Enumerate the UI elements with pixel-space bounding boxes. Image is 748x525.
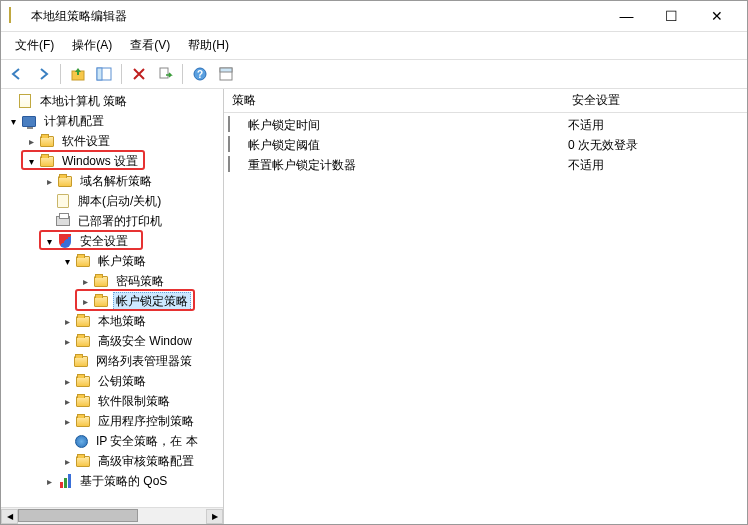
tree-app-control[interactable]: ▸ 应用程序控制策略 [1, 411, 223, 431]
chevron-down-icon[interactable]: ▾ [43, 235, 55, 247]
scroll-left-button[interactable]: ◀ [1, 509, 18, 524]
tree-qos[interactable]: ▸ 基于策略的 QoS [1, 471, 223, 491]
horizontal-scrollbar[interactable]: ◀ ▶ [1, 507, 223, 524]
list-item-value: 不适用 [568, 157, 604, 174]
chevron-right-icon[interactable]: ▸ [43, 175, 55, 187]
menu-help[interactable]: 帮助(H) [180, 34, 237, 57]
folder-icon [75, 413, 91, 429]
tree-label: 高级安全 Window [95, 332, 195, 351]
computer-icon [21, 113, 37, 129]
scroll-icon [55, 193, 71, 209]
chevron-right-icon[interactable]: ▸ [25, 135, 37, 147]
chevron-down-icon[interactable]: ▾ [7, 115, 19, 127]
tree-password-policy[interactable]: ▸ 密码策略 [1, 271, 223, 291]
svg-text:?: ? [197, 69, 203, 80]
tree-root[interactable]: 本地计算机 策略 [1, 91, 223, 111]
chevron-right-icon[interactable]: ▸ [61, 415, 73, 427]
tree-audit[interactable]: ▸ 高级审核策略配置 [1, 451, 223, 471]
delete-button[interactable] [127, 62, 151, 86]
svg-rect-2 [97, 68, 102, 80]
tree-pubkey[interactable]: ▸ 公钥策略 [1, 371, 223, 391]
note-icon [17, 93, 33, 109]
tree-label: 已部署的打印机 [75, 212, 165, 231]
menubar: 文件(F) 操作(A) 查看(V) 帮助(H) [1, 31, 747, 59]
folder-icon [75, 393, 91, 409]
tree-label: 公钥策略 [95, 372, 149, 391]
tree-ipsec[interactable]: IP 安全策略，在 本 [1, 431, 223, 451]
scroll-track[interactable] [18, 509, 206, 524]
menu-view[interactable]: 查看(V) [122, 34, 178, 57]
tree-label: 应用程序控制策略 [95, 412, 197, 431]
tree-lockout-policy[interactable]: ▸ 帐户锁定策略 [1, 291, 223, 311]
tree-software-settings[interactable]: ▸ 软件设置 [1, 131, 223, 151]
window-title: 本地组策略编辑器 [31, 8, 604, 25]
help-button[interactable]: ? [188, 62, 212, 86]
tree-account-policy[interactable]: ▾ 帐户策略 [1, 251, 223, 271]
folder-icon [75, 313, 91, 329]
scroll-right-button[interactable]: ▶ [206, 509, 223, 524]
list-item-name: 重置帐户锁定计数器 [248, 157, 568, 174]
menu-action[interactable]: 操作(A) [64, 34, 120, 57]
tree-label: 域名解析策略 [77, 172, 155, 191]
show-hide-tree-button[interactable] [92, 62, 116, 86]
tree-firewall[interactable]: ▸ 高级安全 Window [1, 331, 223, 351]
column-policy[interactable]: 策略 [224, 92, 564, 109]
titlebar: 本地组策略编辑器 — ☐ ✕ [1, 1, 747, 31]
tree-scripts[interactable]: 脚本(启动/关机) [1, 191, 223, 211]
tree[interactable]: 本地计算机 策略 ▾ 计算机配置 ▸ 软件设置 ▾ Windows 设置 ▸ [1, 89, 223, 507]
tree-label: 软件限制策略 [95, 392, 173, 411]
chevron-down-icon[interactable]: ▾ [61, 255, 73, 267]
tree-label: 密码策略 [113, 272, 167, 291]
folder-icon [75, 253, 91, 269]
svg-rect-7 [220, 68, 232, 72]
chevron-right-icon[interactable]: ▸ [61, 315, 73, 327]
tree-label: Windows 设置 [59, 152, 141, 171]
maximize-button[interactable]: ☐ [649, 2, 694, 30]
list-item-value: 不适用 [568, 117, 604, 134]
chevron-right-icon[interactable]: ▸ [61, 395, 73, 407]
chevron-right-icon[interactable]: ▸ [79, 275, 91, 287]
tree-computer-config[interactable]: ▾ 计算机配置 [1, 111, 223, 131]
tree-windows-settings[interactable]: ▾ Windows 设置 [1, 151, 223, 171]
folder-icon [73, 353, 89, 369]
tree-software-restrict[interactable]: ▸ 软件限制策略 [1, 391, 223, 411]
chevron-right-icon[interactable]: ▸ [61, 455, 73, 467]
chevron-right-icon[interactable]: ▸ [79, 295, 91, 307]
tree-label: 帐户锁定策略 [113, 292, 191, 311]
folder-icon [75, 333, 91, 349]
folder-icon [93, 273, 109, 289]
chevron-right-icon[interactable]: ▸ [61, 335, 73, 347]
minimize-button[interactable]: — [604, 2, 649, 30]
forward-button[interactable] [31, 62, 55, 86]
list-pane: 策略 安全设置 帐户锁定时间 不适用 帐户锁定阈值 0 次无效登录 重置帐户锁定… [224, 89, 747, 524]
main-area: 本地计算机 策略 ▾ 计算机配置 ▸ 软件设置 ▾ Windows 设置 ▸ [1, 89, 747, 524]
column-setting[interactable]: 安全设置 [564, 92, 628, 109]
export-button[interactable] [153, 62, 177, 86]
tree-label: 安全设置 [77, 232, 131, 251]
folder-icon [57, 173, 73, 189]
list-item[interactable]: 帐户锁定时间 不适用 [224, 115, 747, 135]
toolbar: ? [1, 59, 747, 89]
tree-security-settings[interactable]: ▾ 安全设置 [1, 231, 223, 251]
tree-label: 计算机配置 [41, 112, 107, 131]
chevron-right-icon[interactable]: ▸ [61, 375, 73, 387]
chevron-down-icon[interactable]: ▾ [25, 155, 37, 167]
tree-dns-policy[interactable]: ▸ 域名解析策略 [1, 171, 223, 191]
tree-label: 高级审核策略配置 [95, 452, 197, 471]
list-body: 帐户锁定时间 不适用 帐户锁定阈值 0 次无效登录 重置帐户锁定计数器 不适用 [224, 113, 747, 524]
back-button[interactable] [5, 62, 29, 86]
chevron-right-icon[interactable]: ▸ [43, 475, 55, 487]
scroll-thumb[interactable] [18, 509, 138, 522]
tree-printers[interactable]: 已部署的打印机 [1, 211, 223, 231]
view-options-button[interactable] [214, 62, 238, 86]
list-item-value: 0 次无效登录 [568, 137, 638, 154]
menu-file[interactable]: 文件(F) [7, 34, 62, 57]
tree-local-policy[interactable]: ▸ 本地策略 [1, 311, 223, 331]
list-item[interactable]: 帐户锁定阈值 0 次无效登录 [224, 135, 747, 155]
list-item[interactable]: 重置帐户锁定计数器 不适用 [224, 155, 747, 175]
folder-icon [93, 293, 109, 309]
close-button[interactable]: ✕ [694, 2, 739, 30]
tree-netlist[interactable]: 网络列表管理器策 [1, 351, 223, 371]
up-button[interactable] [66, 62, 90, 86]
folder-icon [39, 153, 55, 169]
